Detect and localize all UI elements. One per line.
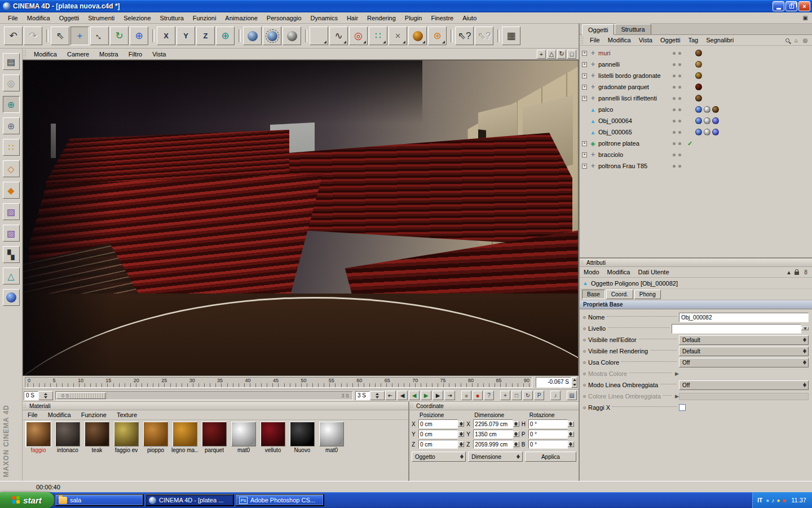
- range-end-value[interactable]: 3 S: [355, 391, 370, 400]
- viewport-icon[interactable]: ↻: [557, 50, 566, 59]
- rotation-b-stepper[interactable]: [568, 441, 574, 447]
- anim-dot[interactable]: [583, 350, 586, 353]
- visibility-dots[interactable]: [673, 108, 687, 111]
- viewport-icon[interactable]: △: [547, 50, 556, 59]
- panel-grip[interactable]: [580, 36, 584, 44]
- taskbar-task[interactable]: CINEMA 4D - [platea ...: [145, 494, 234, 506]
- expand-icon[interactable]: +: [582, 96, 587, 101]
- material-preview[interactable]: [143, 422, 168, 446]
- toolbar-button[interactable]: +: [70, 27, 89, 45]
- menu-item[interactable]: Animazione: [220, 14, 262, 23]
- material-preview[interactable]: [85, 422, 109, 446]
- toolbar-button[interactable]: [263, 27, 281, 45]
- transport-button[interactable]: ◀: [397, 391, 408, 400]
- tab-oggetti[interactable]: Oggetti: [582, 24, 614, 35]
- rotation-p-input[interactable]: [529, 430, 567, 438]
- expand-arrow-icon[interactable]: ▶: [675, 371, 679, 376]
- menu-item[interactable]: Plugin: [400, 14, 427, 23]
- mode-button[interactable]: △: [3, 268, 20, 284]
- object-row[interactable]: + muri: [582, 47, 812, 59]
- material-tag-icon[interactable]: [695, 129, 702, 135]
- toolbar-button[interactable]: ↷: [24, 27, 42, 45]
- materials-menu-item[interactable]: File: [23, 411, 43, 419]
- visibility-dots[interactable]: [673, 63, 687, 66]
- material-preview[interactable]: [290, 422, 315, 446]
- attributes-menu-item[interactable]: Modo: [580, 268, 603, 277]
- anim-dot[interactable]: [583, 327, 586, 330]
- anim-dot[interactable]: [583, 395, 586, 398]
- tab-struttura[interactable]: Struttura: [615, 24, 651, 34]
- materials-menu-item[interactable]: Modifica: [43, 411, 76, 419]
- panel-toggle-icon[interactable]: ▣: [801, 14, 810, 22]
- tab-phong[interactable]: Phong: [634, 290, 661, 299]
- record-button[interactable]: ?: [484, 391, 494, 400]
- material-tag-icon[interactable]: [695, 95, 702, 102]
- viewport-menu-item[interactable]: Vista: [147, 50, 171, 59]
- visibility-dots[interactable]: [673, 154, 687, 156]
- tray-icon[interactable]: ●: [776, 497, 780, 503]
- object-row[interactable]: + gradonate parquet: [582, 81, 812, 93]
- material-swatch[interactable]: legno ma...: [171, 422, 199, 453]
- usa-colore-select[interactable]: Off: [679, 358, 809, 367]
- tray-icon[interactable]: ■: [782, 497, 785, 503]
- enabled-check[interactable]: ✓: [687, 140, 695, 147]
- expand-icon[interactable]: +: [582, 152, 587, 157]
- viewport-menu-item[interactable]: Mostra: [94, 50, 123, 59]
- anim-dot[interactable]: [583, 384, 586, 387]
- transport-button[interactable]: ⇥: [444, 391, 455, 400]
- target-icon[interactable]: ◎: [801, 37, 809, 44]
- object-label[interactable]: gradonate parquet: [598, 84, 673, 90]
- visibility-dots[interactable]: [673, 86, 687, 89]
- record-button[interactable]: ↻: [523, 391, 533, 400]
- search-icon[interactable]: [783, 37, 791, 44]
- tab-coord[interactable]: Coord.: [606, 290, 633, 299]
- visibility-dots[interactable]: [673, 52, 687, 55]
- record-button[interactable]: P: [534, 391, 544, 400]
- toolbar-button[interactable]: ↻: [110, 27, 129, 45]
- material-swatch[interactable]: faggio: [24, 422, 52, 453]
- tab-base[interactable]: Base: [582, 290, 605, 299]
- rotation-h-stepper[interactable]: [568, 421, 574, 427]
- raggi-x-checkbox[interactable]: [679, 404, 686, 411]
- mode-object-select[interactable]: Oggetto: [412, 452, 466, 462]
- object-type-icon[interactable]: [589, 151, 597, 159]
- tray-icon[interactable]: ♪: [771, 497, 774, 503]
- object-label[interactable]: Obj_000065: [598, 129, 673, 135]
- material-tag-icon[interactable]: [695, 84, 702, 90]
- material-preview[interactable]: [55, 422, 80, 446]
- transport-button[interactable]: ▶: [433, 391, 443, 400]
- position-y-input[interactable]: [419, 430, 457, 438]
- menu-item[interactable]: Struttura: [156, 14, 188, 23]
- object-type-icon[interactable]: [589, 118, 597, 124]
- material-preview[interactable]: [202, 422, 227, 446]
- material-tag-icon[interactable]: [704, 129, 710, 135]
- mode-button[interactable]: ▧: [3, 225, 20, 242]
- anim-dot[interactable]: [583, 361, 586, 364]
- rotation-h-input[interactable]: [529, 420, 567, 428]
- mode-button[interactable]: ▨: [3, 203, 20, 220]
- minimize-button[interactable]: [773, 1, 784, 11]
- object-manager-menu-item[interactable]: Oggetti: [656, 36, 684, 45]
- object-row[interactable]: palco: [582, 104, 812, 115]
- materials-menu-item[interactable]: Funzione: [76, 411, 112, 419]
- expand-arrow-icon[interactable]: ▶: [675, 393, 679, 399]
- rotation-b-input[interactable]: [529, 440, 567, 448]
- material-swatch[interactable]: pioppo: [142, 422, 170, 453]
- link-icon[interactable]: 8: [802, 269, 810, 276]
- mode-dimension-select[interactable]: Dimensione: [468, 452, 522, 462]
- visibility-dots[interactable]: [673, 131, 687, 134]
- mode-button[interactable]: ▤: [3, 53, 20, 70]
- record-button[interactable]: ♪: [550, 391, 561, 400]
- visibility-dots[interactable]: [673, 75, 687, 77]
- object-row[interactable]: + bracciolo: [582, 149, 812, 160]
- mode-button[interactable]: ◆: [3, 182, 20, 199]
- material-preview[interactable]: [114, 422, 139, 446]
- home-icon[interactable]: ⌂: [792, 37, 800, 44]
- object-type-icon[interactable]: [589, 94, 597, 102]
- viewport-menu-item[interactable]: Filtro: [123, 50, 147, 59]
- panel-grip[interactable]: [23, 403, 27, 409]
- object-manager-menu-item[interactable]: Modifica: [604, 36, 635, 45]
- toolbar-button[interactable]: ↔: [90, 27, 109, 45]
- anim-dot[interactable]: [583, 406, 586, 409]
- object-row[interactable]: + poltrone platea ✓: [582, 138, 812, 149]
